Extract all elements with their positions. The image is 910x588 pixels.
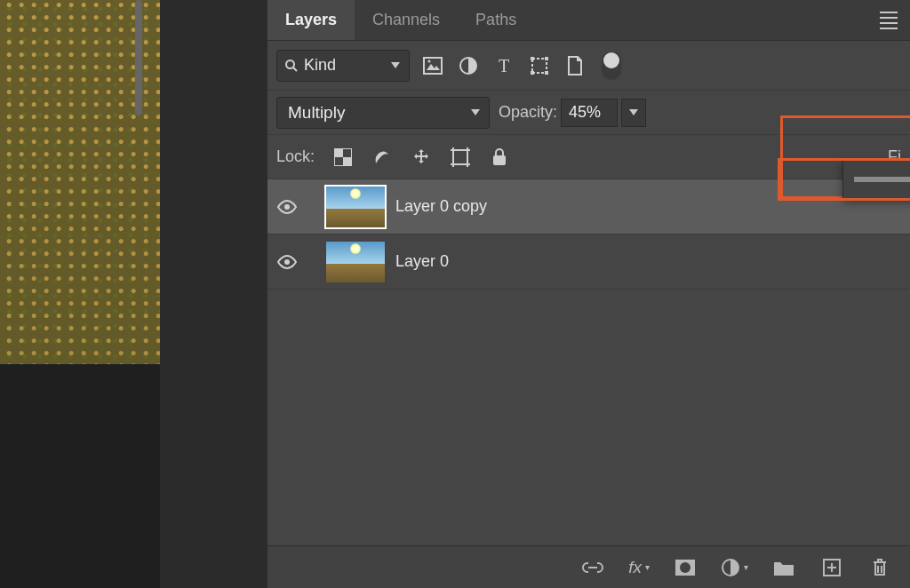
layer-name-label[interactable]: Layer 0 copy <box>395 197 487 216</box>
visibility-toggle[interactable] <box>275 255 299 269</box>
layer-item[interactable]: Layer 0 <box>267 234 910 290</box>
new-group-button[interactable] <box>771 555 796 580</box>
opacity-slider-track[interactable] <box>854 177 910 182</box>
panel-menu-button[interactable] <box>880 0 898 40</box>
add-mask-button[interactable] <box>673 555 698 580</box>
lock-fill-row: Lock: Fi <box>267 135 910 179</box>
svg-point-25 <box>284 204 290 210</box>
hamburger-icon <box>880 12 898 29</box>
svg-point-0 <box>286 60 294 68</box>
panel-footer: fx ▾ ▾ <box>267 545 910 588</box>
svg-rect-15 <box>453 150 467 164</box>
visibility-toggle[interactable] <box>275 200 299 214</box>
layer-thumbnail[interactable] <box>324 185 387 229</box>
fx-icon: fx <box>628 558 642 577</box>
filter-smartobject-icon[interactable] <box>563 53 587 78</box>
svg-point-26 <box>284 259 290 265</box>
filter-toggle[interactable] <box>602 52 621 80</box>
chevron-down-icon <box>391 62 400 68</box>
filter-shape-icon[interactable] <box>527 53 552 78</box>
opacity-control: Opacity: 45% <box>499 99 646 127</box>
opacity-value-input[interactable]: 45% <box>561 99 618 127</box>
svg-rect-9 <box>545 57 548 60</box>
adjustment-layer-button[interactable]: ▾ <box>721 555 748 580</box>
svg-marker-3 <box>427 64 440 70</box>
filter-adjustment-icon[interactable] <box>456 53 481 78</box>
layer-thumbnail[interactable] <box>324 240 387 284</box>
canvas-scrollbar[interactable] <box>135 0 142 115</box>
chevron-down-icon <box>471 109 480 115</box>
svg-rect-11 <box>545 71 548 75</box>
delete-layer-button[interactable] <box>867 555 892 580</box>
layer-name-label[interactable]: Layer 0 <box>395 252 449 271</box>
layer-list: Layer 0 copy Layer 0 <box>267 179 910 545</box>
filter-type-icon[interactable]: T <box>491 53 516 78</box>
svg-text:T: T <box>499 56 509 75</box>
opacity-dropdown-button[interactable] <box>621 99 646 127</box>
filter-pixel-icon[interactable] <box>420 53 445 78</box>
opacity-slider-popup[interactable] <box>842 160 910 199</box>
tab-channels[interactable]: Channels <box>355 0 458 40</box>
chevron-down-icon <box>629 109 638 115</box>
svg-rect-24 <box>493 155 506 165</box>
filter-kind-select[interactable]: Kind <box>276 50 410 82</box>
layer-item[interactable]: Layer 0 copy <box>267 179 910 234</box>
lock-position-icon[interactable] <box>409 145 434 170</box>
svg-rect-14 <box>343 157 352 166</box>
layers-panel: Layers Channels Paths Kind T <box>267 0 910 588</box>
tab-paths[interactable]: Paths <box>458 0 534 40</box>
blend-mode-value: Multiply <box>288 103 462 123</box>
layer-effects-button[interactable]: fx ▾ <box>628 555 650 580</box>
tab-layers[interactable]: Layers <box>267 0 355 40</box>
lock-transparency-icon[interactable] <box>331 145 355 170</box>
blend-opacity-row: Multiply Opacity: 45% <box>267 91 910 135</box>
eye-icon <box>277 200 297 214</box>
filter-kind-label: Kind <box>304 56 386 75</box>
lock-all-icon[interactable] <box>487 145 512 170</box>
new-layer-button[interactable] <box>819 555 844 580</box>
link-layers-button[interactable] <box>580 555 605 580</box>
workspace-gap <box>160 0 267 588</box>
toggle-knob-icon <box>603 52 619 68</box>
svg-rect-2 <box>424 58 442 74</box>
search-icon <box>284 59 299 73</box>
svg-point-4 <box>428 60 431 62</box>
svg-point-28 <box>680 562 690 573</box>
blend-mode-select[interactable]: Multiply <box>276 97 490 129</box>
opacity-label[interactable]: Opacity: <box>499 103 557 122</box>
svg-line-1 <box>293 68 297 71</box>
panel-tab-bar: Layers Channels Paths <box>267 0 910 41</box>
lock-label: Lock: <box>276 147 315 166</box>
layer-filter-row: Kind T <box>267 41 910 91</box>
lock-pixels-icon[interactable] <box>370 145 395 170</box>
svg-rect-7 <box>532 59 547 73</box>
lock-artboard-icon[interactable] <box>448 145 473 170</box>
svg-rect-8 <box>531 57 534 60</box>
svg-rect-13 <box>334 148 343 157</box>
eye-icon <box>277 255 297 269</box>
svg-rect-10 <box>531 71 534 75</box>
canvas-area[interactable] <box>0 0 160 588</box>
